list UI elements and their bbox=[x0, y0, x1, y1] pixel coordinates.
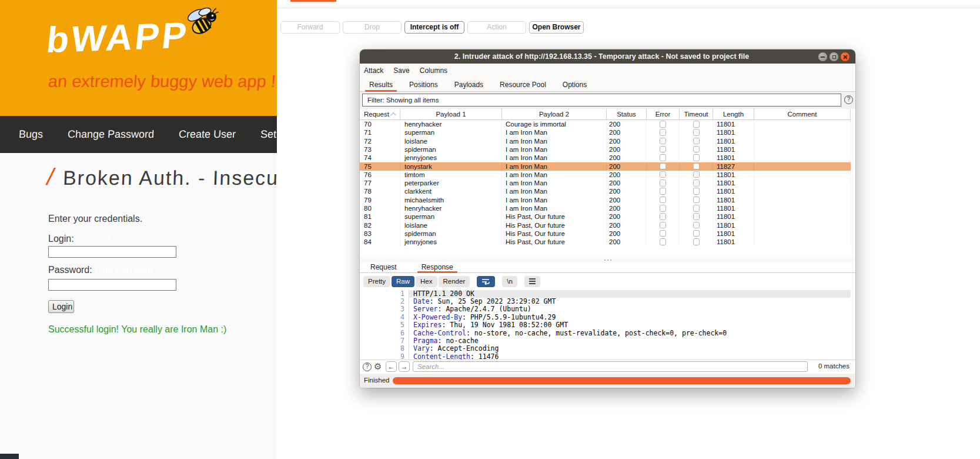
mode-pretty-button[interactable]: Pretty bbox=[363, 276, 390, 287]
timeout-checkbox[interactable] bbox=[693, 146, 700, 153]
table-row[interactable]: 77peterparkerI am Iron Man20011801 bbox=[360, 179, 851, 187]
password-input[interactable] bbox=[48, 279, 176, 291]
minimize-button[interactable] bbox=[818, 52, 828, 62]
response-line[interactable]: 6Cache-Control: no-store, no-cache, must… bbox=[360, 330, 855, 337]
response-line[interactable]: 1HTTP/1.1 200 OK bbox=[360, 290, 855, 298]
column-header-error[interactable]: Error bbox=[647, 109, 680, 119]
error-checkbox[interactable] bbox=[660, 138, 666, 145]
timeout-checkbox[interactable] bbox=[693, 205, 700, 212]
error-checkbox[interactable] bbox=[660, 146, 666, 153]
error-checkbox[interactable] bbox=[660, 222, 666, 229]
open-browser-button[interactable]: Open Browser bbox=[529, 21, 584, 34]
timeout-checkbox[interactable] bbox=[693, 179, 700, 187]
tab-results[interactable]: Results bbox=[365, 78, 397, 92]
filter-bar[interactable]: Filter: Showing all items bbox=[362, 94, 841, 107]
nav-item-bugs[interactable]: Bugs bbox=[18, 128, 43, 141]
table-row[interactable]: 74jennyjonesI am Iron Man20011801 bbox=[360, 154, 851, 162]
timeout-checkbox[interactable] bbox=[693, 213, 700, 220]
error-checkbox[interactable] bbox=[660, 213, 666, 220]
column-header-comment[interactable]: Comment bbox=[754, 109, 851, 119]
nav-item-set-security-level[interactable]: Set Security Level bbox=[260, 128, 277, 141]
response-line[interactable]: 9Content-Length: 11476 bbox=[360, 353, 855, 360]
table-row[interactable]: 70henryhackerCourage is immortal20011801 bbox=[360, 120, 851, 128]
timeout-checkbox[interactable] bbox=[693, 129, 700, 136]
table-row[interactable]: 79michaelsmithI am Iron Man20011801 bbox=[360, 196, 851, 204]
response-line[interactable]: 4X-Powered-By: PHP/5.5.9-1ubuntu4.29 bbox=[360, 314, 855, 321]
column-header-payload-2[interactable]: Payload 2 bbox=[502, 109, 607, 119]
column-header-payload-1[interactable]: Payload 1 bbox=[400, 109, 502, 119]
timeout-checkbox[interactable] bbox=[693, 230, 700, 237]
login-input[interactable] bbox=[48, 246, 176, 258]
tab-payloads[interactable]: Payloads bbox=[450, 78, 487, 92]
table-row[interactable]: 73spidermanI am Iron Man20011801 bbox=[360, 145, 851, 154]
table-row[interactable]: 78clarkkentI am Iron Man20011801 bbox=[360, 187, 851, 195]
table-row[interactable]: 84jennyjonesHis Past, Our future20011801 bbox=[360, 238, 851, 246]
menu-attack[interactable]: Attack bbox=[364, 66, 383, 75]
response-line[interactable]: 2Date: Sun, 25 Sep 2022 23:29:02 GMT bbox=[360, 298, 855, 305]
tab-resource-pool[interactable]: Resource Pool bbox=[496, 78, 550, 92]
timeout-checkbox[interactable] bbox=[693, 238, 700, 245]
newline-toggle-button[interactable]: \n bbox=[502, 276, 517, 287]
error-checkbox[interactable] bbox=[660, 121, 666, 128]
timeout-checkbox[interactable] bbox=[693, 163, 700, 170]
table-row[interactable]: 75tonystarkI am Iron Man20011827 bbox=[360, 162, 851, 171]
editor-menu-button[interactable] bbox=[524, 276, 540, 287]
response-line[interactable]: 5Expires: Thu, 19 Nov 1981 08:52:00 GMT bbox=[360, 321, 855, 329]
timeout-checkbox[interactable] bbox=[693, 138, 700, 145]
tab-options[interactable]: Options bbox=[558, 78, 591, 92]
error-checkbox[interactable] bbox=[660, 197, 666, 204]
response-line[interactable]: 8Vary: Accept-Encoding bbox=[360, 345, 855, 352]
tab-positions[interactable]: Positions bbox=[405, 78, 442, 92]
splitter-handle[interactable] bbox=[360, 257, 855, 262]
close-button[interactable] bbox=[840, 52, 850, 62]
timeout-checkbox[interactable] bbox=[693, 222, 700, 229]
error-checkbox[interactable] bbox=[660, 154, 666, 161]
column-header-status[interactable]: Status bbox=[607, 109, 647, 119]
column-header-request[interactable]: Request bbox=[360, 109, 400, 119]
timeout-checkbox[interactable] bbox=[693, 188, 700, 195]
error-checkbox[interactable] bbox=[660, 230, 666, 237]
timeout-checkbox[interactable] bbox=[693, 197, 700, 204]
viewer-tab-request[interactable]: Request bbox=[366, 262, 401, 273]
nav-item-change-password[interactable]: Change Password bbox=[67, 128, 154, 141]
next-match-button[interactable]: → bbox=[399, 361, 410, 372]
table-row[interactable]: 82loislaneHis Past, Our future20011801 bbox=[360, 221, 851, 230]
filter-help-icon[interactable]: ? bbox=[844, 95, 853, 104]
error-checkbox[interactable] bbox=[660, 129, 666, 136]
intercept-is-off-button[interactable]: Intercept is off bbox=[404, 21, 464, 34]
table-row[interactable]: 76timtomI am Iron Man20011801 bbox=[360, 171, 851, 179]
column-header-timeout[interactable]: Timeout bbox=[680, 109, 713, 119]
word-wrap-toggle-button[interactable] bbox=[477, 276, 495, 287]
mode-raw-button[interactable]: Raw bbox=[392, 276, 414, 287]
mode-render-button[interactable]: Render bbox=[439, 276, 470, 287]
error-checkbox[interactable] bbox=[660, 238, 666, 245]
error-checkbox[interactable] bbox=[660, 188, 666, 195]
error-checkbox[interactable] bbox=[660, 163, 666, 170]
table-row[interactable]: 83spidermanHis Past, Our future20011801 bbox=[360, 230, 851, 238]
timeout-checkbox[interactable] bbox=[693, 171, 700, 178]
timeout-checkbox[interactable] bbox=[693, 154, 700, 161]
table-row[interactable]: 72loislaneI am Iron Man20011801 bbox=[360, 137, 851, 145]
error-checkbox[interactable] bbox=[660, 171, 666, 178]
search-help-icon[interactable]: ? bbox=[363, 362, 372, 371]
maximize-button[interactable] bbox=[829, 52, 839, 62]
timeout-checkbox[interactable] bbox=[693, 121, 700, 128]
table-row[interactable]: 81supermanHis Past, Our future20011801 bbox=[360, 212, 851, 221]
viewer-tab-response[interactable]: Response bbox=[417, 262, 457, 273]
column-header-length[interactable]: Length bbox=[713, 109, 754, 119]
nav-item-create-user[interactable]: Create User bbox=[179, 128, 236, 141]
prev-match-button[interactable]: ← bbox=[386, 361, 397, 372]
error-checkbox[interactable] bbox=[660, 179, 666, 187]
table-row[interactable]: 71supermanI am Iron Man20011801 bbox=[360, 128, 851, 137]
search-settings-gear-icon[interactable]: ⚙ bbox=[374, 361, 382, 372]
login-button[interactable]: Login bbox=[48, 300, 74, 313]
intruder-titlebar[interactable]: 2. Intruder attack of http://192.168.13.… bbox=[360, 49, 855, 64]
error-checkbox[interactable] bbox=[660, 205, 666, 212]
mode-hex-button[interactable]: Hex bbox=[416, 276, 437, 287]
menu-columns[interactable]: Columns bbox=[420, 66, 447, 75]
response-line[interactable]: 7Pragma: no-cache bbox=[360, 337, 855, 345]
response-line[interactable]: 3Server: Apache/2.4.7 (Ubuntu) bbox=[360, 305, 855, 313]
search-input[interactable] bbox=[413, 361, 808, 372]
table-row[interactable]: 80henryhackerI am Iron Man20011801 bbox=[360, 204, 851, 212]
response-editor[interactable]: 1HTTP/1.1 200 OK2Date: Sun, 25 Sep 2022 … bbox=[360, 290, 855, 360]
